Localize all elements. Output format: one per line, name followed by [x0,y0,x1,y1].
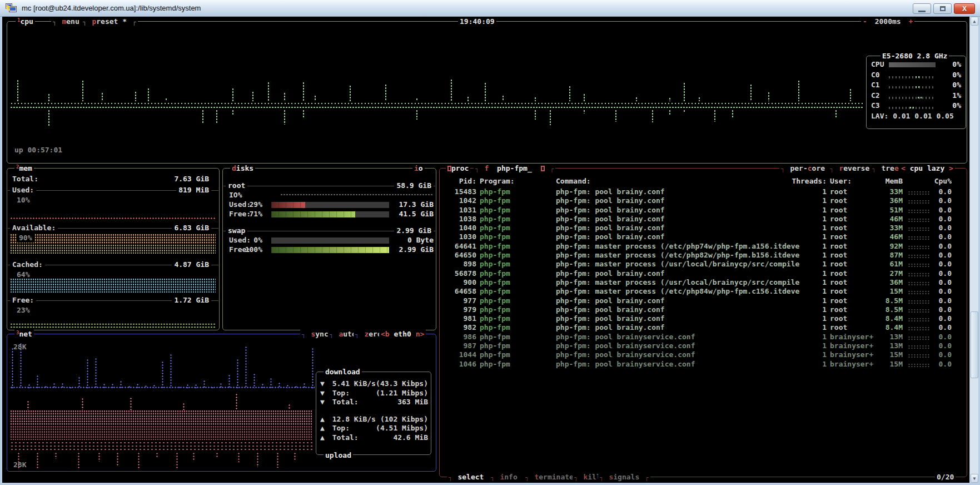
proc-threads: 1 [797,224,827,232]
proc-command: php-fpm: pool brainy.conf [556,323,807,332]
scroll-up-icon[interactable]: ▲ [971,17,978,26]
proc-row[interactable]: 981php-fpmphp-fpm: pool brainy.conf1root… [441,314,958,323]
preset-button[interactable]: preset * [81,17,138,26]
proc-sort-selector[interactable]: < cpu lazy > [899,164,955,172]
core-history-graph [889,97,936,99]
proc-mem: 92M [869,242,903,251]
core-history-graph [889,86,936,88]
proc-program: php-fpm [480,215,553,224]
proc-cpu: 0.0 [931,224,952,232]
proc-threads: 1 [797,314,827,323]
net-interface-selector[interactable]: <b eth0 n> [379,330,426,338]
proc-row[interactable]: 977php-fpmphp-fpm: pool brainy.conf1root… [441,296,958,305]
proc-row[interactable]: 1046php-fpmphp-fpm: pool brainyservice.c… [441,360,958,369]
proc-cpu: 0.0 [931,296,952,305]
proc-command: php-fpm: pool brainyservice.conf [556,360,807,369]
proc-row[interactable]: 64650php-fpmphp-fpm: master process (/et… [441,251,958,260]
proc-mem: 8.5M [869,305,903,314]
proc-threads: 1 [797,269,827,278]
proc-row[interactable]: 1031php-fpmphp-fpm: pool brainy.conf1roo… [441,206,958,215]
proc-info-button[interactable]: info [489,473,528,482]
upload-speed-row: ▲ 12.8 KiB/s (102 Kibps) [320,415,428,424]
proc-row[interactable]: 64658php-fpmphp-fpm: master process (/et… [441,287,958,296]
window-titlebar[interactable]: mc [root@ub24.itdeveloper.com.ua]:/lib/s… [0,0,980,17]
cpu-model-label: E5-2680 2.8 GHz [880,52,949,60]
cpu-history-graph [10,71,864,132]
proc-mem: 15M [869,287,903,296]
proc-filter-input[interactable]: f php-fpm_ [474,164,555,173]
proc-row[interactable]: 900php-fpmphp-fpm: master process (/usr/… [441,278,958,287]
proc-row[interactable]: 1030php-fpmphp-fpm: pool brainy.conf1roo… [441,232,958,241]
proc-cpu-minigraph [908,273,931,276]
proc-row[interactable]: 982php-fpmphp-fpm: pool brainy.conf1root… [441,323,958,332]
mem-available-graph [10,234,216,244]
minimize-icon [918,11,926,12]
proc-command: php-fpm: master process (/etc/php82w/php… [556,251,807,260]
proc-pid: 986 [441,333,476,342]
disks-box-title[interactable]: disks [230,164,255,172]
upload-arrow-icon: ▲ [320,424,325,432]
proc-row[interactable]: 1044php-fpmphp-fpm: pool brainyservice.c… [441,350,958,359]
disk-swap-size: 2.99 GiB [394,226,434,235]
interval-increase-button[interactable]: + [908,17,913,26]
scroll-down-icon[interactable]: ▼ [971,474,978,483]
mem-box-title[interactable]: 2mem [14,164,34,172]
proc-percore-toggle[interactable]: per-core [779,164,836,173]
proc-command: php-fpm: master process (/etc/php74w/php… [556,242,807,251]
proc-row[interactable]: 1042php-fpmphp-fpm: pool brainy.conf1roo… [441,196,958,205]
interval-decrease-button[interactable]: - [863,17,867,26]
proc-row[interactable]: 979php-fpmphp-fpm: pool brainy.conf1root… [441,305,958,314]
minimize-button[interactable] [913,3,931,14]
mem-used-value: 819 MiB [176,186,211,195]
cpu-box-title[interactable]: 1cpu [16,17,35,26]
proc-row[interactable]: 987php-fpmphp-fpm: pool brainyservice.co… [441,342,958,350]
filter-clear-icon[interactable] [541,166,545,171]
proc-threads: 1 [797,360,827,369]
disk-root-free-bar [271,211,389,217]
mem-used-graph [10,217,216,220]
maximize-button[interactable] [933,3,952,14]
proc-row[interactable]: 1038php-fpmphp-fpm: pool brainy.conf1roo… [441,215,958,224]
proc-select-button[interactable]: select [447,473,495,482]
mem-free-graph [10,323,216,329]
close-button[interactable]: X [954,3,975,14]
proc-row[interactable]: 1040php-fpmphp-fpm: pool brainy.conf1roo… [441,224,958,232]
proc-mem: 51M [869,206,903,215]
disks-io-toggle[interactable]: io [412,164,425,172]
proc-cpu: 0.0 [931,360,952,369]
proc-box-title[interactable]: proc [446,164,470,172]
proc-row[interactable]: 56878php-fpmphp-fpm: pool brainy.conf1ro… [441,269,958,278]
proc-cpu-minigraph [908,254,931,258]
proc-row[interactable]: 898php-fpmphp-fpm: master process (/usr/… [441,260,958,269]
download-label: download [324,368,362,376]
proc-threads: 1 [797,260,827,269]
proc-threads: 1 [797,242,827,251]
proc-command: php-fpm: master process (/usr/local/brai… [556,260,807,269]
proc-mem: 13M [869,333,903,342]
download-top-row: ▼ Top: (1.21 Mibps) [320,389,428,398]
scrollbar-thumb[interactable] [971,311,978,378]
mem-total-label: Total: [10,175,41,184]
proc-cpu: 0.0 [931,269,952,278]
net-box-title[interactable]: 3net [14,330,34,338]
mem-cached-value: 4.87 GiB [172,260,211,269]
interval-value: 2000ms [872,17,904,26]
proc-mem: 61M [869,260,903,269]
proc-cpu-minigraph [908,245,931,249]
sort-prev-icon[interactable]: < [901,164,906,172]
proc-row[interactable]: 15483php-fpmphp-fpm: pool brainy.conf1ro… [441,187,958,196]
proc-row[interactable]: 986php-fpmphp-fpm: pool brainyservice.co… [441,333,958,342]
proc-signals-button[interactable]: signals [598,473,650,482]
proc-program: php-fpm [480,323,553,332]
core-history-graph [889,76,936,78]
download-arrow-icon: ▼ [320,379,325,388]
proc-program: php-fpm [480,232,553,241]
proc-pid: 982 [441,323,476,332]
proc-mem: 8.5M [869,296,903,305]
sort-next-icon[interactable]: > [949,164,953,172]
disk-swap-free-bar [271,247,389,253]
proc-threads: 1 [797,196,827,205]
terminal-scrollbar[interactable]: ▲ ▼ [969,17,978,483]
proc-cpu: 0.0 [931,278,952,287]
proc-row[interactable]: 64641php-fpmphp-fpm: master process (/et… [441,242,958,251]
